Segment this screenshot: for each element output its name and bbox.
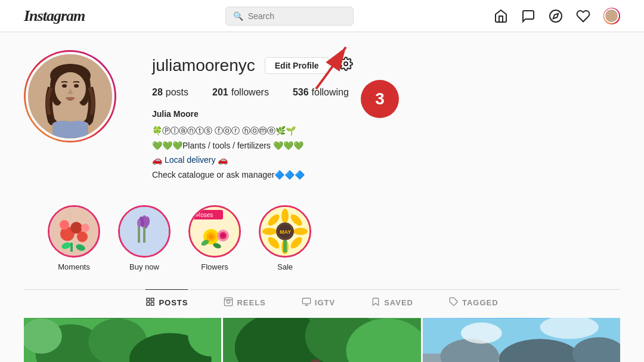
svg-text:Roses: Roses <box>196 212 213 218</box>
svg-rect-29 <box>138 225 140 243</box>
posts-tab-icon <box>145 297 155 309</box>
svg-point-28 <box>145 216 150 226</box>
tab-igtv[interactable]: IGTV <box>302 289 335 316</box>
svg-rect-56 <box>151 298 154 301</box>
svg-point-39 <box>221 234 225 237</box>
svg-rect-62 <box>302 298 310 304</box>
profile-section: juliamoorenyc Edit Profile <box>24 50 620 181</box>
search-input[interactable] <box>248 11 346 21</box>
svg-text:MAY: MAY <box>280 229 291 235</box>
post-thumb-2[interactable] <box>223 318 420 362</box>
posts-stat: 28 posts <box>152 87 188 98</box>
svg-rect-58 <box>147 302 150 305</box>
bio-link[interactable]: 🚗 Local delivery 🚗 <box>152 153 420 166</box>
story-label-buynow: Buy now <box>129 262 159 271</box>
svg-rect-76 <box>311 360 320 362</box>
nav-icons <box>494 8 620 24</box>
svg-point-7 <box>62 84 67 88</box>
svg-point-18 <box>81 224 89 232</box>
messenger-icon[interactable] <box>521 9 535 23</box>
svg-point-8 <box>74 84 79 88</box>
tab-reels[interactable]: REELS <box>224 289 265 316</box>
followers-stat: 201 followers <box>212 87 269 98</box>
home-icon[interactable] <box>494 9 508 23</box>
story-circle-moments <box>48 205 100 258</box>
svg-point-43 <box>281 209 289 223</box>
profile-avatar-wrapper <box>24 50 116 143</box>
svg-marker-1 <box>553 13 558 18</box>
local-delivery-link[interactable]: 🚗 Local delivery 🚗 <box>152 155 228 165</box>
svg-point-30 <box>137 219 141 227</box>
tab-saved-label: SAVED <box>384 298 413 307</box>
svg-point-16 <box>77 231 88 242</box>
svg-point-60 <box>227 300 230 303</box>
tab-tagged-label: TAGGED <box>462 298 499 307</box>
svg-point-82 <box>461 323 502 344</box>
svg-point-0 <box>550 10 562 22</box>
svg-rect-55 <box>147 298 150 301</box>
posts-label: posts <box>166 87 188 98</box>
tab-tagged[interactable]: TAGGED <box>449 289 499 316</box>
profile-bio: Julia Moore 🍀Ⓟⓛⓐⓝⓣⓢ ⓕⓞⓡ ⓗⓞⓜⓔ🌿🌱 💚💚💚Plants… <box>152 107 420 181</box>
profile-avatar <box>26 52 114 141</box>
profile-avatar-nav[interactable] <box>603 8 620 24</box>
posts-grid <box>24 318 620 362</box>
search-bar[interactable]: 🔍 <box>225 7 354 26</box>
story-sale[interactable]: MAY Sale <box>259 205 311 271</box>
tab-posts-label: POSTS <box>159 298 188 307</box>
story-label-flowers: Flowers <box>201 262 228 271</box>
annotation-badge: 3 <box>361 80 399 118</box>
svg-rect-19 <box>70 243 73 252</box>
flowers-image: Roses <box>190 207 239 256</box>
profile-info: juliamoorenyc Edit Profile <box>152 50 620 181</box>
profile-username: juliamoorenyc <box>152 56 255 75</box>
red-arrow-annotation <box>304 35 358 95</box>
story-moments[interactable]: Moments <box>48 205 100 271</box>
followers-count: 201 <box>212 87 228 98</box>
tab-posts[interactable]: POSTS <box>145 289 188 316</box>
story-circle-sale: MAY <box>259 205 311 258</box>
bio-line3: Check catalogue or ask manager🔷🔷🔷 <box>152 168 420 181</box>
stories-section: Moments <box>42 205 620 271</box>
igtv-tab-icon <box>302 297 311 309</box>
reels-tab-icon <box>224 297 233 309</box>
bio-line1: 🍀Ⓟⓛⓐⓝⓣⓢ ⓕⓞⓡ ⓗⓞⓜⓔ🌿🌱 <box>152 124 420 137</box>
svg-rect-57 <box>151 302 154 305</box>
tab-saved[interactable]: SAVED <box>371 289 413 316</box>
main-content: juliamoorenyc Edit Profile <box>0 32 644 362</box>
tagged-tab-icon <box>449 297 459 309</box>
bio-line2: 💚💚💚Plants / tools / fertilizers 💚💚💚 <box>152 139 420 152</box>
svg-point-17 <box>60 220 69 230</box>
svg-rect-59 <box>225 298 233 305</box>
saved-tab-icon <box>371 297 380 309</box>
posts-count: 28 <box>152 87 163 98</box>
svg-rect-54 <box>283 240 287 252</box>
search-icon: 🔍 <box>233 11 243 21</box>
profile-top-row: juliamoorenyc Edit Profile <box>152 56 620 75</box>
tab-igtv-label: IGTV <box>315 298 335 307</box>
post-thumb-1[interactable] <box>24 318 221 362</box>
tabs-section: POSTS REELS IGTV <box>24 289 620 316</box>
buynow-image <box>120 207 169 256</box>
instagram-logo: Instagram <box>24 7 85 25</box>
sale-image: MAY <box>261 207 309 256</box>
svg-point-36 <box>209 234 213 239</box>
followers-label: followers <box>231 87 269 98</box>
post-thumb-3[interactable] <box>423 318 620 362</box>
story-flowers[interactable]: Roses Flowers <box>188 205 241 271</box>
story-buynow[interactable]: Buy now <box>118 205 171 271</box>
story-circle-buynow <box>118 205 171 258</box>
heart-icon[interactable] <box>576 9 590 23</box>
story-label-moments: Moments <box>58 262 89 271</box>
moments-image <box>49 207 98 256</box>
tab-reels-label: REELS <box>237 298 265 307</box>
navbar: Instagram 🔍 <box>0 0 644 32</box>
story-label-sale: Sale <box>277 262 293 271</box>
explore-icon[interactable] <box>549 9 563 23</box>
svg-point-45 <box>262 228 277 235</box>
profile-photo <box>29 55 112 138</box>
svg-point-46 <box>293 228 308 235</box>
story-circle-flowers: Roses <box>188 205 241 258</box>
